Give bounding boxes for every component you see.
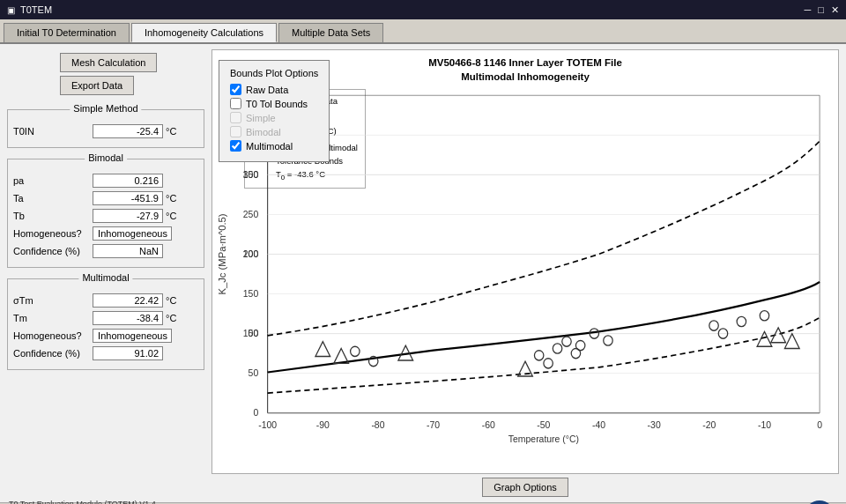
title-bar: ▣ T0TEM ─ □ ✕ [0, 0, 846, 19]
svg-point-52 [737, 317, 746, 327]
svg-text:300: 300 [243, 169, 258, 180]
multimodal-option[interactable]: Multimodal [230, 140, 318, 152]
tm-input[interactable] [93, 311, 163, 325]
bimodal-title: Bimodal [85, 152, 127, 163]
raw-data-option[interactable]: Raw Data [230, 84, 318, 95]
svg-text:-40: -40 [592, 419, 605, 429]
svg-text:-50: -50 [537, 419, 550, 429]
bimodal-section: Bimodal pa Ta °C Tb °C Homogeneous? Conf… [7, 159, 204, 268]
simple-method-section: Simple Method T0IN °C [7, 109, 204, 148]
t0in-label: T0IN [13, 126, 93, 137]
svg-text:-70: -70 [427, 419, 440, 429]
svg-point-42 [534, 351, 543, 360]
svg-text:150: 150 [243, 288, 258, 299]
raw-data-checkbox[interactable] [230, 84, 241, 95]
multimodal-confidence-input[interactable] [93, 346, 163, 360]
tab-inhomogeneity[interactable]: Inhomogeneity Calculations [131, 23, 277, 42]
svg-text:-100: -100 [258, 419, 277, 429]
simple-method-title: Simple Method [70, 103, 141, 114]
tab-multiple-data[interactable]: Multiple Data Sets [278, 23, 383, 42]
svg-marker-54 [315, 342, 330, 357]
multimodal-homogeneous-label: Homogeneous? [13, 330, 93, 341]
ta-input[interactable] [93, 191, 163, 205]
svg-text:-20: -20 [702, 419, 716, 429]
multimodal-label: Multimodal [246, 141, 293, 152]
minimize-button[interactable]: ─ [805, 4, 812, 16]
multimodal-confidence-label: Confidence (%) [13, 348, 93, 359]
t0in-field-row: T0IN °C [13, 124, 198, 138]
bimodal-homogeneous-input[interactable] [93, 226, 172, 241]
mesh-calculation-button[interactable]: Mesh Calculation [60, 53, 157, 72]
tm-unit: °C [166, 313, 176, 323]
sigma-tm-unit: °C [166, 295, 176, 306]
simple-checkbox [230, 112, 241, 123]
sigma-tm-label: σTm [13, 295, 93, 306]
simple-option: Simple [230, 112, 318, 123]
svg-marker-60 [784, 334, 799, 349]
bottom-line1: T0 Test Evaluation Module (TOTEM) V1.4 [9, 499, 180, 504]
right-panel: Bounds Plot Options Raw Data T0 Tol Boun… [212, 44, 846, 502]
app-icon: ▣ [7, 5, 15, 15]
svg-point-44 [553, 344, 561, 353]
svg-point-47 [575, 341, 584, 351]
tm-label: Tm [13, 313, 93, 323]
bimodal-confidence-label: Confidence (%) [13, 246, 93, 256]
bottom-info: T0 Test Evaluation Module (TOTEM) V1.4 C… [9, 499, 180, 504]
maximize-button[interactable]: □ [818, 4, 824, 16]
svg-text:Temperature (°C): Temperature (°C) [508, 434, 579, 444]
multimodal-homogeneous-input[interactable] [93, 329, 172, 343]
plot-options-box: Bounds Plot Options Raw Data T0 Tol Boun… [219, 60, 330, 162]
plot-options-title: Bounds Plot Options [230, 68, 318, 78]
svg-text:-90: -90 [316, 419, 330, 429]
tb-label: Tb [13, 211, 93, 221]
bimodal-checkbox [230, 126, 241, 137]
tab-initial-t0[interactable]: Initial T0 Determination [4, 23, 130, 42]
ta-unit: °C [166, 193, 176, 204]
svg-point-40 [351, 346, 360, 356]
svg-text:K_Jc (MPa·m^0.5): K_Jc (MPa·m^0.5) [217, 214, 227, 295]
tb-input[interactable] [93, 209, 163, 223]
graph-options-row: Graph Options [212, 474, 839, 499]
svg-text:0: 0 [253, 407, 258, 418]
tab-bar: Initial T0 Determination Inhomogeneity C… [0, 19, 846, 44]
export-data-button[interactable]: Export Data [60, 76, 134, 95]
svg-point-45 [562, 337, 571, 346]
svg-text:-60: -60 [482, 419, 495, 429]
svg-point-49 [604, 336, 612, 345]
bimodal-confidence-input[interactable] [93, 244, 163, 258]
close-button[interactable]: ✕ [831, 4, 839, 16]
pa-label: pa [13, 175, 93, 186]
multimodal-title: Multimodal [78, 272, 132, 283]
svg-point-43 [544, 359, 553, 368]
t0in-input[interactable] [93, 124, 163, 138]
pa-input[interactable] [93, 174, 163, 188]
svg-text:-30: -30 [648, 419, 661, 429]
multimodal-checkbox[interactable] [230, 140, 241, 152]
svg-text:50: 50 [249, 367, 259, 378]
svg-text:200: 200 [243, 248, 258, 259]
t0-tol-checkbox[interactable] [230, 98, 241, 109]
multimodal-section: Multimodal σTm °C Tm °C Homogeneous? Con… [7, 278, 204, 370]
svg-text:-10: -10 [758, 419, 771, 429]
svg-text:250: 250 [243, 209, 258, 219]
svg-text:0: 0 [817, 419, 822, 429]
sigma-tm-input[interactable] [93, 293, 163, 308]
t0in-unit: °C [166, 126, 176, 137]
bimodal-homogeneous-label: Homogeneous? [13, 228, 93, 239]
svg-point-53 [760, 311, 768, 321]
left-panel: Mesh Calculation Export Data Simple Meth… [0, 44, 212, 502]
raw-data-label: Raw Data [246, 85, 288, 95]
t0-tol-label: T0 Tol Bounds [246, 99, 308, 109]
graph-options-button[interactable]: Graph Options [482, 478, 568, 497]
ta-label: Ta [13, 193, 93, 204]
tb-unit: °C [166, 211, 176, 221]
t0-tol-option[interactable]: T0 Tol Bounds [230, 98, 318, 109]
svg-text:-80: -80 [371, 419, 384, 429]
simple-label: Simple [246, 113, 276, 123]
svg-text:100: 100 [243, 328, 258, 338]
svg-point-50 [709, 321, 718, 330]
app-title: T0TEM [20, 4, 52, 15]
bimodal-option: Bimodal [230, 126, 318, 137]
bimodal-label: Bimodal [246, 127, 281, 137]
